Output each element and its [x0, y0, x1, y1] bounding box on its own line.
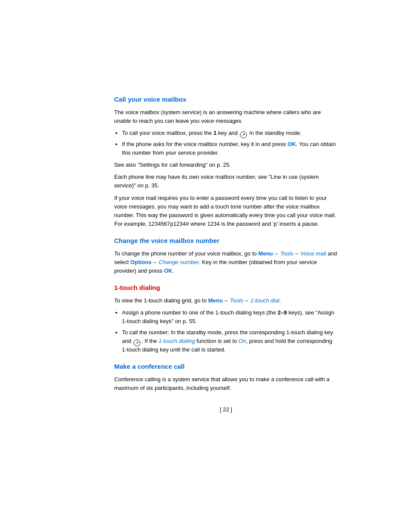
para-change-voicemail: To change the phone number of your voice…	[114, 249, 338, 275]
section-conference-call: Make a conference call Conference callin…	[114, 362, 338, 392]
heading-change-voicemail: Change the voice mailbox number	[114, 236, 338, 246]
options-link-1: Options	[131, 259, 152, 265]
on-link: On	[239, 338, 246, 344]
1touch-dial-link: 1-touch dial	[250, 297, 279, 304]
voicemail-link: Voice mail	[300, 250, 326, 257]
page-container: Call your voice mailbox The voice mailbo…	[0, 0, 411, 532]
section-change-voicemail: Change the voice mailbox number To chang…	[114, 236, 338, 275]
ok-link-2: OK	[164, 268, 173, 274]
heading-conference-call: Make a conference call	[114, 362, 338, 372]
list-item-1touch-1: Assign a phone number to one of the 1-to…	[122, 308, 338, 326]
page-number: [ 22 ]	[114, 405, 338, 414]
content-area: Call your voice mailbox The voice mailbo…	[0, 0, 411, 448]
1touch-function-link: 1-touch dialing	[159, 338, 195, 344]
para-1touch-intro: To view the 1-touch dialing grid, go to …	[114, 296, 338, 305]
keys-2-9: 2–9	[277, 309, 287, 316]
tools-link-1: Tools	[280, 250, 293, 257]
para-voicemail-see-also: See also "Settings for call forwarding" …	[114, 161, 338, 169]
menu-link-2: Menu	[208, 297, 223, 304]
list-voicemail: To call your voice mailbox, press the 1 …	[122, 129, 338, 157]
key-1: 1	[213, 130, 216, 136]
tools-link-2: Tools	[230, 297, 243, 304]
para-voicemail-each-line: Each phone line may have its own voice m…	[114, 173, 338, 190]
menu-link-1: Menu	[258, 250, 273, 257]
list-item-voicemail-2: If the phone asks for the voice mailbox …	[122, 140, 338, 157]
section-1touch-dialing: 1-touch dialing To view the 1-touch dial…	[114, 283, 338, 354]
list-item-voicemail-1: To call your voice mailbox, press the 1 …	[122, 129, 338, 137]
change-number-link: Change number	[159, 259, 199, 265]
section-call-voicemail: Call your voice mailbox The voice mailbo…	[114, 95, 338, 228]
para-voicemail-intro: The voice mailbox (system service) is an…	[114, 108, 338, 125]
para-voicemail-password: If your voice mail requires you to enter…	[114, 194, 338, 229]
call-icon-1: ↗	[240, 131, 247, 138]
list-item-1touch-2: To call the number: In the standby mode,…	[122, 328, 338, 354]
heading-1touch-dialing: 1-touch dialing	[114, 283, 338, 293]
heading-call-voicemail: Call your voice mailbox	[114, 95, 338, 105]
call-icon-2: ↗	[134, 339, 140, 346]
ok-link-1: OK	[287, 141, 296, 147]
para-conference-call: Conference calling is a system service t…	[114, 375, 338, 392]
list-1touch: Assign a phone number to one of the 1-to…	[122, 308, 338, 355]
